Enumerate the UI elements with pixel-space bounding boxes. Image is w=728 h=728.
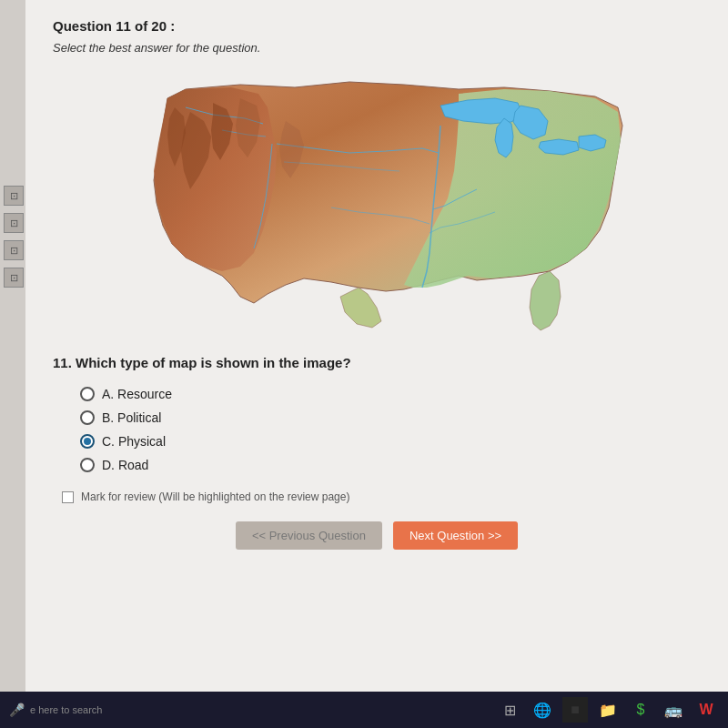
- choice-a-label: A. Resource: [102, 387, 172, 401]
- choice-d-label: D. Road: [102, 458, 148, 472]
- instruction: Select the best answer for the question.: [53, 41, 701, 55]
- usa-physical-map: [113, 71, 641, 335]
- radio-a[interactable]: [80, 387, 95, 401]
- taskbar-icon-4[interactable]: 📁: [595, 697, 621, 723]
- choice-a[interactable]: A. Resource: [80, 387, 701, 401]
- choice-b[interactable]: B. Political: [80, 410, 701, 425]
- taskbar-icon-5[interactable]: $: [628, 697, 653, 723]
- choice-c[interactable]: C. Physical: [80, 434, 701, 449]
- sidebar-icon-1[interactable]: ⊡: [4, 186, 24, 206]
- choice-d[interactable]: D. Road: [80, 458, 701, 472]
- choice-c-label: C. Physical: [102, 434, 166, 449]
- taskbar-search[interactable]: 🎤 e here to search: [9, 703, 103, 717]
- choice-b-label: B. Political: [102, 410, 161, 425]
- prev-question-button[interactable]: << Previous Question: [236, 521, 382, 550]
- taskbar-icon-1[interactable]: ⊞: [497, 697, 522, 723]
- sidebar-icon-3[interactable]: ⊡: [4, 240, 24, 260]
- microphone-icon: 🎤: [9, 703, 25, 717]
- taskbar-icons: ⊞ 🌐 ■ 📁 $ 🚌 W: [497, 697, 719, 723]
- navigation-buttons: << Previous Question Next Question >>: [53, 521, 701, 550]
- search-text: e here to search: [30, 704, 103, 715]
- taskbar-icon-6[interactable]: 🚌: [661, 697, 686, 723]
- sidebar-icon-4[interactable]: ⊡: [4, 268, 24, 288]
- sidebar: ⊡ ⊡ ⊡ ⊡: [0, 182, 25, 291]
- mark-review[interactable]: Mark for review (Will be highlighted on …: [62, 490, 701, 503]
- map-container: [113, 71, 641, 335]
- taskbar-icon-2[interactable]: 🌐: [530, 697, 555, 723]
- mark-review-checkbox[interactable]: [62, 491, 74, 503]
- question-text: 11. Which type of map is shown in the im…: [53, 355, 701, 370]
- question-number: 11.: [53, 355, 72, 370]
- taskbar: 🎤 e here to search ⊞ 🌐 ■ 📁 $ 🚌 W: [0, 692, 728, 728]
- radio-c[interactable]: [80, 434, 95, 449]
- answer-choices: A. Resource B. Political C. Physical D. …: [80, 387, 701, 472]
- question-counter: Question 11 of 20 :: [53, 18, 701, 34]
- next-question-button[interactable]: Next Question >>: [393, 521, 518, 550]
- taskbar-icon-3[interactable]: ■: [562, 697, 588, 723]
- sidebar-icon-2[interactable]: ⊡: [4, 213, 24, 233]
- taskbar-icon-7[interactable]: W: [693, 697, 719, 723]
- question-body: Which type of map is shown in the image?: [76, 355, 351, 370]
- radio-d[interactable]: [80, 458, 95, 472]
- radio-b[interactable]: [80, 410, 95, 425]
- mark-review-label: Mark for review (Will be highlighted on …: [81, 490, 349, 503]
- main-content: Question 11 of 20 : Select the best answ…: [25, 0, 728, 692]
